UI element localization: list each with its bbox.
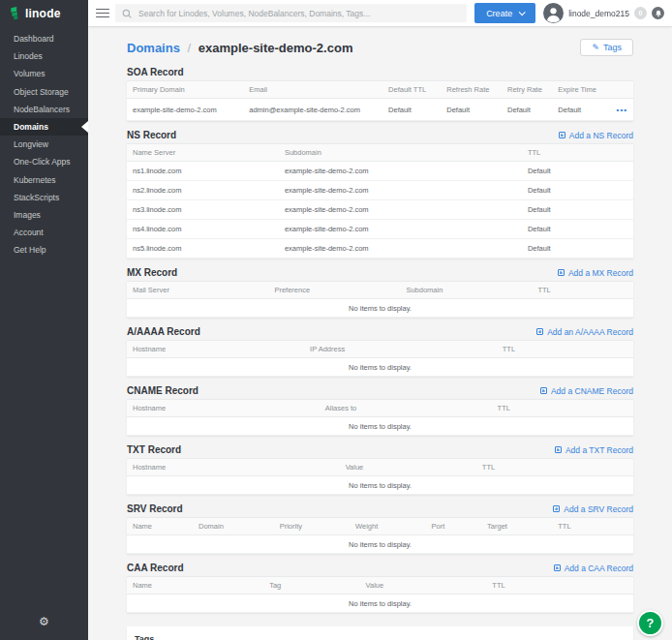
add-icon (553, 505, 560, 512)
sidebar-item-one-click-apps[interactable]: One-Click Apps (0, 153, 88, 170)
sidebar-item-kubernetes[interactable]: Kubernetes (0, 171, 88, 189)
top-bar: Create linode_demo215 0 (88, 0, 672, 26)
empty-row: No items to display. (127, 594, 633, 613)
ns-row: ns2.linode.comexample-site-demo-2.comDef… (127, 181, 633, 200)
a-aaaa-record-section: A/AAAA Record Add an A/AAAA Record Hostn… (127, 322, 633, 377)
add-a-aaaa-record-button[interactable]: Add an A/AAAA Record (536, 327, 633, 337)
empty-row: No items to display. (127, 417, 633, 436)
txt-section-title: TXT Record (127, 444, 181, 455)
ns-row: ns1.linode.comexample-site-demo-2.comDef… (127, 162, 633, 181)
active-item-arrow (81, 121, 88, 133)
settings-gear-icon[interactable]: ⚙ (0, 615, 88, 628)
caa-table: Name Tag Value TTL No items to display. (127, 576, 633, 613)
ns-row: ns5.linode.comexample-site-demo-2.comDef… (127, 239, 633, 259)
soa-email: admin@example-site-demo-2.com (243, 99, 382, 121)
caa-header-row: Name Tag Value TTL (127, 577, 633, 594)
sidebar-nav: Dashboard Linodes Volumes Object Storage… (0, 26, 88, 259)
help-button[interactable]: ? (637, 610, 663, 636)
user-area: linode_demo215 0 (543, 3, 664, 23)
sidebar-item-stackscripts[interactable]: StackScripts (0, 189, 88, 206)
pencil-icon: ✎ (592, 43, 599, 52)
ns-table: Name Server Subdomain TTL ns1.linode.com… (127, 143, 633, 259)
caa-section-title: CAA Record (127, 563, 184, 573)
txt-record-section: TXT Record Add a TXT Record Hostname Val… (127, 441, 633, 495)
txt-table: Hostname Value TTL No items to display. (127, 458, 633, 495)
cname-header-row: Hostname Aliases to TTL (127, 400, 633, 417)
notification-count-badge: 0 (634, 7, 647, 19)
add-icon (540, 387, 547, 394)
mx-record-section: MX Record Add a MX Record Mail Server Pr… (127, 263, 633, 318)
ns-header-row: Name Server Subdomain TTL (127, 144, 633, 162)
sidebar-item-domains[interactable]: Domains (0, 118, 88, 136)
soa-record-section: SOA Record Primary Domain Email Default … (127, 63, 633, 121)
srv-section-title: SRV Record (127, 503, 183, 514)
sidebar-item-volumes[interactable]: Volumes (0, 65, 88, 82)
create-button[interactable]: Create (474, 3, 535, 23)
ns-row: ns4.linode.comexample-site-demo-2.comDef… (127, 220, 633, 239)
srv-header-row: Name Domain Priority Weight Port Target … (127, 518, 633, 535)
mx-header-row: Mail Server Preference Subdomain TTL (127, 282, 633, 299)
add-caa-record-button[interactable]: Add a CAA Record (554, 564, 633, 573)
breadcrumb: Domains / example-site-demo-2.com (127, 41, 352, 55)
a-aaaa-table: Hostname IP Address TTL No items to disp… (127, 340, 633, 377)
sidebar-item-account[interactable]: Account (0, 224, 88, 241)
empty-row: No items to display. (127, 535, 633, 554)
linode-logo-icon (10, 7, 21, 20)
add-icon (554, 564, 561, 571)
add-cname-record-button[interactable]: Add a CNAME Record (540, 386, 633, 396)
add-srv-record-button[interactable]: Add a SRV Record (553, 504, 633, 514)
search-icon (122, 9, 132, 18)
notifications-bell-icon[interactable] (652, 7, 664, 19)
sidebar-item-images[interactable]: Images (0, 206, 88, 224)
page-title: example-site-demo-2.com (199, 41, 353, 55)
ns-row: ns3.linode.comexample-site-demo-2.comDef… (127, 200, 633, 220)
sidebar-item-linodes[interactable]: Linodes (0, 47, 88, 65)
avatar[interactable] (543, 3, 564, 23)
ns-section-title: NS Record (127, 130, 176, 140)
soa-header-row: Primary Domain Email Default TTL Refresh… (127, 81, 633, 99)
breadcrumb-domains-link[interactable]: Domains (127, 41, 180, 55)
ns-record-section: NS Record Add a NS Record Name Server Su… (127, 126, 633, 259)
linode-logo[interactable]: linode (0, 0, 88, 26)
sidebar-item-dashboard[interactable]: Dashboard (0, 30, 88, 47)
add-ns-record-button[interactable]: Add a NS Record (559, 131, 633, 140)
a-aaaa-section-title: A/AAAA Record (127, 326, 200, 337)
cname-record-section: CNAME Record Add a CNAME Record Hostname… (127, 381, 633, 436)
search-input[interactable] (137, 8, 460, 19)
tags-panel-title: Tags (135, 634, 626, 640)
caa-record-section: CAA Record Add a CAA Record Name Tag Val… (127, 559, 633, 613)
breadcrumb-separator: / (188, 41, 192, 55)
username[interactable]: linode_demo215 (568, 9, 629, 18)
add-icon (559, 132, 565, 138)
sidebar-item-get-help[interactable]: Get Help (0, 241, 88, 259)
soa-section-title: SOA Record (127, 67, 184, 77)
empty-row: No items to display. (127, 358, 633, 377)
soa-table: Primary Domain Email Default TTL Refresh… (127, 80, 633, 121)
a-aaaa-header-row: Hostname IP Address TTL (127, 341, 633, 358)
edit-tags-button[interactable]: ✎ Tags (580, 39, 633, 56)
sidebar-item-longview[interactable]: Longview (0, 136, 88, 153)
logo-wordmark: linode (25, 7, 61, 20)
srv-table: Name Domain Priority Weight Port Target … (127, 517, 633, 554)
add-txt-record-button[interactable]: Add a TXT Record (555, 445, 633, 455)
main-area: Domains / example-site-demo-2.com ✎ Tags… (88, 0, 672, 640)
hamburger-menu-icon[interactable] (96, 6, 109, 19)
srv-record-section: SRV Record Add a SRV Record Name Domain … (127, 500, 633, 554)
tags-panel: Tags + Add New Tag (127, 626, 633, 640)
soa-actions-menu-icon[interactable]: ••• (608, 99, 633, 121)
add-icon (555, 446, 562, 453)
soa-primary-domain: example-site-demo-2.com (127, 99, 243, 121)
sidebar: linode Dashboard Linodes Volumes Object … (0, 0, 88, 640)
sidebar-item-nodebalancers[interactable]: NodeBalancers (0, 101, 88, 118)
empty-row: No items to display. (127, 299, 633, 318)
sidebar-item-object-storage[interactable]: Object Storage (0, 83, 88, 101)
global-search (115, 4, 467, 22)
add-mx-record-button[interactable]: Add a MX Record (558, 268, 633, 278)
cname-table: Hostname Aliases to TTL No items to disp… (127, 399, 633, 436)
cname-section-title: CNAME Record (127, 385, 199, 396)
mx-table: Mail Server Preference Subdomain TTL No … (127, 281, 633, 318)
add-icon (558, 269, 565, 276)
empty-row: No items to display. (127, 476, 633, 495)
chevron-down-icon (519, 9, 526, 15)
mx-section-title: MX Record (127, 267, 177, 278)
